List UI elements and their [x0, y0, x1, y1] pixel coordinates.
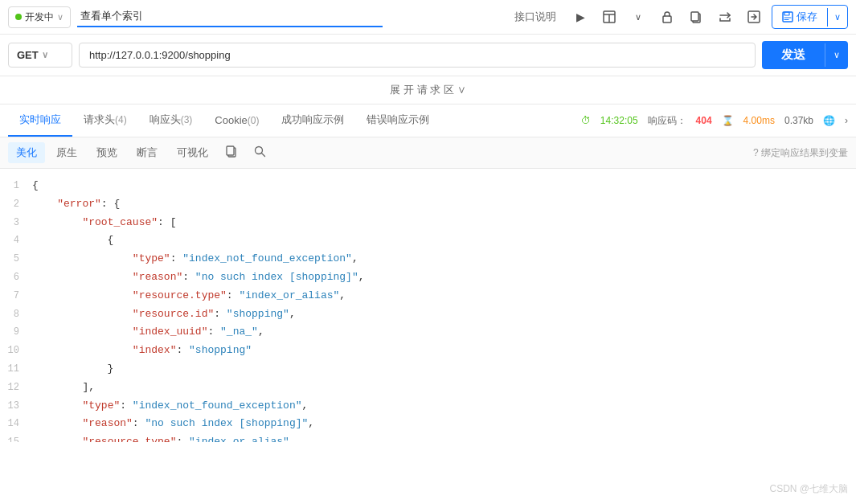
json-line: 6 "reason": "no such index [shopping]", — [0, 268, 856, 287]
line-number: 10 — [0, 343, 32, 359]
more-icon[interactable]: › — [845, 115, 848, 126]
response-time-icon: ⏱ — [581, 115, 591, 126]
tab-cookie[interactable]: Cookie(0) — [203, 106, 270, 136]
json-line: 4 { — [0, 232, 856, 250]
json-line: 14 "reason": "no such index [shopping]", — [0, 415, 856, 433]
line-number: 3 — [0, 215, 32, 231]
json-line: 13 "type": "index_not_found_exception", — [0, 397, 856, 416]
view-tab-visual[interactable]: 可视化 — [169, 142, 216, 163]
view-tab-raw[interactable]: 原生 — [48, 142, 85, 163]
env-label: 开发中 — [25, 10, 54, 24]
json-line: 3 "root_cause": [ — [0, 214, 856, 232]
line-number: 14 — [0, 416, 32, 432]
status-label: 响应码： — [648, 114, 686, 128]
tab-success-example-label: 成功响应示例 — [281, 113, 344, 125]
layout-icon[interactable] — [598, 6, 620, 28]
json-viewer: 1{2 "error": {3 "root_cause": [4 {5 "typ… — [0, 169, 856, 442]
json-line: 2 "error": { — [0, 195, 856, 214]
response-meta: ⏱ 14:32:05 响应码： 404 ⌛ 4.00ms 0.37kb 🌐 › — [581, 114, 848, 128]
json-line: 8 "resource.id": "shopping", — [0, 305, 856, 324]
send-button-group[interactable]: 发送 ∨ — [762, 41, 848, 69]
line-number: 5 — [0, 252, 32, 267]
env-selector[interactable]: 开发中 ∨ — [8, 6, 71, 28]
line-content: "reason": "no such index [shopping]", — [32, 416, 856, 432]
line-content: "type": "index_not_found_exception", — [32, 251, 856, 268]
save-button-main[interactable]: 保存 — [772, 6, 827, 28]
line-content: "reason": "no such index [shopping]", — [32, 269, 856, 286]
tab-realtime-label: 实时响应 — [19, 113, 61, 125]
tab-cookie-label: Cookie(0) — [215, 114, 259, 126]
tab-request-headers-label: 请求头(4) — [84, 113, 127, 125]
send-dropdown-icon[interactable]: ∨ — [825, 43, 848, 67]
line-content: { — [32, 232, 856, 249]
line-content: "resource.id": "shopping", — [32, 306, 856, 323]
line-number: 9 — [0, 325, 32, 340]
copy-icon[interactable] — [685, 6, 707, 28]
tab-request-headers[interactable]: 请求头(4) — [72, 104, 138, 137]
status-code: 404 — [696, 115, 712, 126]
method-selector[interactable]: GET ∨ — [8, 43, 72, 68]
svg-rect-5 — [691, 12, 698, 21]
line-number: 11 — [0, 362, 32, 377]
tab-error-example[interactable]: 错误响应示例 — [355, 104, 440, 137]
expand-request-area[interactable]: 展 开 请 求 区 ∨ — [0, 76, 856, 104]
tab-success-example[interactable]: 成功响应示例 — [270, 104, 355, 137]
search-button[interactable] — [248, 142, 272, 163]
response-size: 0.37kb — [784, 115, 813, 126]
line-content: "root_cause": [ — [32, 215, 856, 232]
line-content: { — [32, 178, 856, 195]
line-content: "index": "shopping" — [32, 342, 856, 359]
top-toolbar: 开发中 ∨ 接口说明 ▶ ∨ 保存 — [0, 0, 856, 35]
tab-response-headers[interactable]: 响应头(3) — [138, 104, 204, 137]
line-number: 15 — [0, 435, 32, 442]
response-duration: 4.00ms — [743, 115, 775, 126]
lock-icon[interactable] — [656, 6, 678, 28]
json-line: 7 "resource.type": "index_or_alias", — [0, 287, 856, 305]
line-content: "resource.type": "index_or_alias", — [32, 434, 856, 442]
copy-button[interactable] — [219, 142, 244, 163]
env-status-dot — [15, 14, 22, 20]
save-dropdown-icon[interactable]: ∨ — [827, 8, 847, 27]
globe-icon: 🌐 — [823, 115, 835, 126]
view-tab-preview[interactable]: 预览 — [88, 142, 125, 163]
line-number: 13 — [0, 399, 32, 414]
save-button-group[interactable]: 保存 ∨ — [772, 5, 848, 29]
url-field — [79, 43, 756, 68]
json-line: 12 ], — [0, 379, 856, 397]
method-label: GET — [17, 49, 39, 61]
tab-response-headers-label: 响应头(3) — [149, 113, 193, 125]
url-bar: GET ∨ 发送 ∨ — [0, 35, 856, 76]
save-label: 保存 — [797, 10, 817, 24]
json-line: 1{ — [0, 177, 856, 195]
expand-label: 展 开 请 求 区 ∨ — [390, 84, 465, 96]
export-icon[interactable] — [743, 6, 765, 28]
send-label: 发送 — [781, 47, 805, 61]
bind-variable-link[interactable]: ? 绑定响应结果到变量 — [753, 146, 848, 160]
share-icon[interactable] — [714, 6, 736, 28]
url-input[interactable] — [79, 43, 756, 68]
line-content: "type": "index_not_found_exception", — [32, 398, 856, 415]
play-icon[interactable]: ▶ — [569, 6, 592, 28]
svg-rect-3 — [663, 16, 671, 23]
line-content: } — [32, 361, 856, 378]
svg-line-12 — [262, 154, 265, 157]
view-tab-assert[interactable]: 断言 — [129, 142, 166, 163]
line-content: ], — [32, 379, 856, 396]
line-number: 8 — [0, 307, 32, 322]
json-line: 11 } — [0, 360, 856, 379]
tab-title-input-area — [77, 7, 383, 27]
line-number: 7 — [0, 289, 32, 304]
send-button-main[interactable]: 发送 — [762, 41, 825, 69]
line-content: "index_uuid": "_na_", — [32, 324, 856, 341]
line-number: 6 — [0, 270, 32, 285]
chevron-down-icon[interactable]: ∨ — [627, 6, 649, 28]
tab-error-example-label: 错误响应示例 — [367, 113, 429, 125]
tab-realtime[interactable]: 实时响应 — [8, 104, 72, 137]
tab-title-input[interactable] — [77, 7, 383, 27]
line-number: 4 — [0, 233, 32, 248]
json-line: 9 "index_uuid": "_na_", — [0, 323, 856, 342]
api-doc-button[interactable]: 接口说明 — [508, 6, 563, 27]
svg-rect-10 — [227, 146, 234, 155]
view-tab-beautify[interactable]: 美化 — [8, 142, 45, 163]
response-time: 14:32:05 — [600, 115, 638, 126]
